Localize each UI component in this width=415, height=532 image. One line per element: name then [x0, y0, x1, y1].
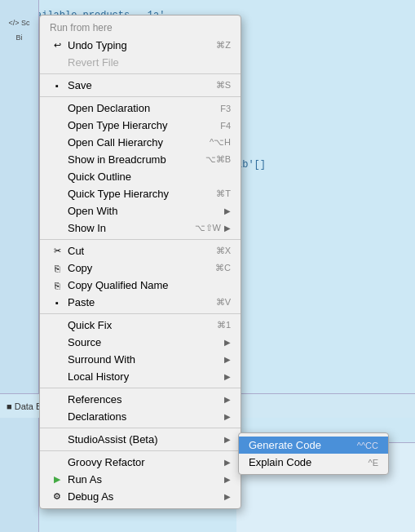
menu-item-declarations[interactable]: Declarations ▶ — [40, 408, 241, 425]
quick-fix-icon — [50, 320, 64, 331]
menu-label-local-history: Local History — [68, 370, 221, 383]
sidebar-item-sc[interactable]: </> Sc — [3, 16, 36, 29]
menu-label-cut: Cut — [68, 245, 200, 257]
menu-shortcut-open-call-hierarchy: ^⌥H — [193, 137, 231, 148]
menu-item-references[interactable]: References ▶ — [40, 391, 241, 408]
menu-shortcut-show-in: ⌥⇧W — [179, 223, 221, 233]
open-with-arrow: ▶ — [224, 206, 231, 215]
menu-item-show-in[interactable]: Show In ⌥⇧W ▶ — [40, 219, 241, 237]
source-arrow: ▶ — [224, 338, 231, 347]
breadcrumb-icon — [50, 154, 64, 166]
sidebar: </> Sc Bi — [0, 0, 39, 532]
menu-item-source[interactable]: Source ▶ — [40, 334, 241, 351]
submenu-item-generate-code[interactable]: Generate Code ^^CC — [239, 437, 388, 454]
menu-item-open-with[interactable]: Open With ▶ — [40, 202, 241, 219]
run-as-arrow: ▶ — [224, 475, 231, 484]
separator-4 — [40, 313, 241, 314]
studioassist-arrow: ▶ — [224, 435, 231, 444]
menu-item-open-declaration[interactable]: Open Declaration F3 — [40, 100, 241, 117]
menu-label-debug-as: Debug As — [68, 490, 221, 503]
menu-label-studioassist: StudioAssist (Beta) — [68, 433, 221, 446]
menu-label-quick-outline: Quick Outline — [68, 171, 231, 183]
menu-label-declarations: Declarations — [68, 410, 221, 423]
menu-label-paste: Paste — [68, 296, 200, 308]
menu-label-groovy-refactor: Groovy Refactor — [68, 456, 221, 468]
cut-icon: ✂ — [50, 246, 64, 257]
open-with-icon — [50, 206, 64, 217]
menu-item-quick-fix[interactable]: Quick Fix ⌘1 — [40, 317, 241, 334]
menu-shortcut-show-breadcrumb: ⌥⌘B — [189, 154, 231, 165]
menu-label-quick-type-hierarchy: Quick Type Hierarchy — [68, 188, 200, 200]
menu-shortcut-save: ⌘S — [200, 80, 231, 91]
type-hierarchy-icon — [50, 120, 64, 131]
menu-item-show-breadcrumb[interactable]: Show in Breadcrumb ⌥⌘B — [40, 151, 241, 168]
separator-6 — [40, 428, 241, 428]
menu-item-local-history[interactable]: Local History ▶ — [40, 368, 241, 385]
menu-label-open-call-hierarchy: Open Call Hierarchy — [68, 136, 193, 149]
menu-label-open-with: Open With — [68, 205, 221, 217]
menu-item-groovy-refactor[interactable]: Groovy Refactor ▶ — [40, 454, 241, 471]
call-hierarchy-icon — [50, 137, 64, 149]
studioassist-submenu: Generate Code ^^CC Explain Code ^E — [238, 432, 389, 475]
menu-label-copy-qualified-name: Copy Qualified Name — [68, 279, 231, 291]
separator-2 — [40, 96, 241, 97]
menu-shortcut-paste: ⌘V — [200, 297, 231, 308]
menu-label-copy: Copy — [68, 262, 199, 274]
menu-item-paste[interactable]: ▪ Paste ⌘V — [40, 294, 241, 311]
menu-item-open-type-hierarchy[interactable]: Open Type Hierarchy F4 — [40, 117, 241, 134]
menu-shortcut-open-declaration: F3 — [204, 104, 231, 113]
separator-7 — [40, 450, 241, 451]
menu-label-references: References — [68, 393, 221, 406]
submenu-item-explain-code[interactable]: Explain Code ^E — [239, 454, 388, 471]
menu-shortcut-quick-type-hierarchy: ⌘T — [200, 188, 231, 199]
sidebar-item-bi[interactable]: Bi — [3, 31, 36, 44]
debug-as-icon: ⚙ — [50, 491, 64, 503]
menu-item-cut[interactable]: ✂ Cut ⌘X — [40, 242, 241, 259]
menu-section-run: Run from here — [40, 19, 241, 37]
menu-item-studioassist[interactable]: StudioAssist (Beta) ▶ — [40, 431, 241, 448]
quick-outline-icon — [50, 171, 64, 183]
separator-3 — [40, 239, 241, 240]
menu-item-quick-type-hierarchy[interactable]: Quick Type Hierarchy ⌘T — [40, 185, 241, 202]
declarations-icon — [50, 411, 64, 423]
separator-1 — [40, 73, 241, 74]
local-history-icon — [50, 371, 64, 383]
studioassist-icon — [50, 434, 64, 446]
menu-label-source: Source — [68, 336, 221, 348]
groovy-icon — [50, 457, 64, 468]
source-icon — [50, 337, 64, 348]
surround-icon — [50, 354, 64, 366]
menu-shortcut-undo-typing: ⌘Z — [200, 40, 231, 51]
menu-item-save[interactable]: ▪ Save ⌘S — [40, 77, 241, 94]
separator-5 — [40, 388, 241, 388]
context-menu: Run from here ↩ Undo Typing ⌘Z Revert Fi… — [39, 15, 241, 509]
quick-type-icon — [50, 188, 64, 200]
menu-item-surround-with[interactable]: Surround With ▶ — [40, 351, 241, 368]
submenu-label-explain-code: Explain Code — [249, 456, 352, 468]
menu-shortcut-cut: ⌘X — [200, 246, 231, 256]
menu-item-debug-as[interactable]: ⚙ Debug As ▶ — [40, 488, 241, 505]
menu-label-open-type-hierarchy: Open Type Hierarchy — [68, 119, 204, 131]
menu-item-open-call-hierarchy[interactable]: Open Call Hierarchy ^⌥H — [40, 134, 241, 151]
menu-item-revert-file: Revert File — [40, 54, 241, 71]
submenu-label-generate-code: Generate Code — [249, 439, 341, 451]
menu-label-quick-fix: Quick Fix — [68, 319, 201, 331]
run-as-icon: ▶ — [50, 474, 64, 485]
show-in-arrow: ▶ — [224, 224, 231, 233]
menu-item-copy[interactable]: ⎘ Copy ⌘C — [40, 259, 241, 277]
menu-label-revert-file: Revert File — [68, 56, 231, 69]
submenu-shortcut-explain-code: ^E — [352, 458, 379, 468]
menu-item-undo-typing[interactable]: ↩ Undo Typing ⌘Z — [40, 37, 241, 54]
menu-item-quick-outline[interactable]: Quick Outline — [40, 168, 241, 185]
menu-shortcut-quick-fix: ⌘1 — [201, 320, 231, 330]
menu-label-show-in: Show In — [68, 222, 179, 234]
open-decl-icon — [50, 103, 64, 114]
menu-label-undo-typing: Undo Typing — [68, 39, 200, 51]
submenu-shortcut-generate-code: ^^CC — [341, 441, 378, 450]
revert-icon — [50, 57, 64, 69]
menu-item-run-as[interactable]: ▶ Run As ▶ — [40, 471, 241, 488]
menu-item-copy-qualified-name[interactable]: ⎘ Copy Qualified Name — [40, 277, 241, 294]
save-icon: ▪ — [50, 80, 64, 91]
groovy-arrow: ▶ — [224, 458, 231, 467]
menu-shortcut-copy: ⌘C — [199, 263, 231, 273]
